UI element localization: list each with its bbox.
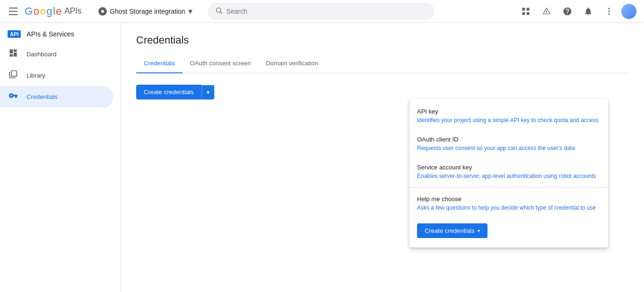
sidebar-label-dashboard: Dashboard <box>26 51 57 58</box>
oauth-description: Requests user consent so your app can ac… <box>417 144 600 152</box>
tab-domain[interactable]: Domain verification <box>258 54 326 73</box>
sidebar: API APIs & Services Dashboard Library Cr… <box>0 23 121 292</box>
svg-point-1 <box>216 8 220 12</box>
layout: API APIs & Services Dashboard Library Cr… <box>0 23 644 292</box>
project-name: Ghost Storage integration <box>110 8 185 15</box>
api-key-title: API key <box>417 108 600 115</box>
svg-point-7 <box>608 8 609 9</box>
dropdown-divider <box>409 187 608 188</box>
service-account-description: Enables server-to-server, app-level auth… <box>417 172 600 180</box>
search-bar[interactable] <box>208 3 435 20</box>
sidebar-item-dashboard[interactable]: Dashboard <box>0 44 113 65</box>
api-key-description: Identifies your project using a simple A… <box>417 116 600 124</box>
svg-line-2 <box>220 12 222 14</box>
e-letter: e <box>56 5 61 18</box>
avatar[interactable] <box>621 4 636 19</box>
project-selector[interactable]: Ghost Storage integration ▾ <box>95 4 196 18</box>
project-dropdown-icon: ▾ <box>188 6 192 17</box>
svg-rect-5 <box>522 12 525 15</box>
more-options-icon[interactable] <box>600 3 618 20</box>
dropdown-create-btn-label: Create credentials <box>425 227 475 234</box>
l-letter: l <box>53 5 55 18</box>
help-icon[interactable] <box>559 3 576 20</box>
svg-point-8 <box>608 10 609 12</box>
g-letter-2: g <box>46 5 52 18</box>
create-credentials-main[interactable]: Create credentials <box>136 85 201 99</box>
sidebar-item-library[interactable]: Library <box>0 65 113 86</box>
dropdown-create-btn-arrow: ▾ <box>478 228 480 233</box>
project-dot-icon <box>98 7 107 16</box>
page-title: Credentials <box>136 34 629 46</box>
topbar-left: G o o g l e APIs Ghost Storage integrati… <box>8 4 196 18</box>
main-content: Credentials Credentials OAuth consent sc… <box>121 23 644 292</box>
dropdown-item-service-account[interactable]: Service account key Enables server-to-se… <box>409 158 608 186</box>
google-logo: G o o g l e APIs <box>25 5 81 18</box>
api-badge: API <box>8 30 21 38</box>
sidebar-label-credentials: Credentials <box>26 93 58 100</box>
apps-icon[interactable] <box>517 3 534 20</box>
svg-rect-6 <box>527 12 530 15</box>
dropdown-item-oauth[interactable]: OAuth client ID Requests user consent so… <box>409 130 608 158</box>
help-description: Asks a few questions to help you decide … <box>417 204 600 212</box>
alert-icon[interactable] <box>538 3 555 20</box>
search-input[interactable] <box>226 8 427 15</box>
create-credentials-button[interactable]: Create credentials ▾ <box>136 85 214 99</box>
apis-text: APIs <box>64 6 81 16</box>
tabs: Credentials OAuth consent screen Domain … <box>136 54 629 73</box>
tab-credentials[interactable]: Credentials <box>136 54 183 73</box>
oauth-title: OAuth client ID <box>417 136 600 143</box>
topbar-right <box>517 3 636 20</box>
svg-rect-4 <box>527 8 530 10</box>
sidebar-item-credentials[interactable]: Credentials <box>0 86 113 107</box>
create-credentials-arrow[interactable]: ▾ <box>201 85 214 99</box>
notifications-icon[interactable] <box>580 3 597 20</box>
service-account-title: Service account key <box>417 164 600 171</box>
dropdown-item-help[interactable]: Help me choose Asks a few questions to h… <box>409 190 608 218</box>
topbar: G o o g l e APIs Ghost Storage integrati… <box>0 0 644 23</box>
sidebar-label-library: Library <box>26 72 45 79</box>
sidebar-header-title: APIs & Services <box>26 30 74 38</box>
o-letter-2: o <box>40 5 45 18</box>
g-letter: G <box>25 5 33 18</box>
credentials-icon <box>8 91 19 103</box>
o-letter-1: o <box>34 5 39 18</box>
dropdown-footer: Create credentials ▾ <box>409 218 608 244</box>
dropdown-create-btn[interactable]: Create credentials ▾ <box>417 223 487 238</box>
dashboard-icon <box>8 48 19 60</box>
credentials-btn-area: Create credentials ▾ <box>136 85 629 99</box>
library-icon <box>8 70 19 81</box>
svg-point-9 <box>608 13 609 15</box>
svg-point-0 <box>101 10 104 13</box>
dropdown-item-api-key[interactable]: API key Identifies your project using a … <box>409 102 608 130</box>
tab-oauth[interactable]: OAuth consent screen <box>183 54 259 73</box>
sidebar-header: API APIs & Services <box>0 27 121 44</box>
help-title: Help me choose <box>417 195 600 203</box>
search-icon <box>215 7 223 16</box>
menu-icon[interactable] <box>8 6 19 17</box>
svg-rect-3 <box>522 8 525 10</box>
credentials-dropdown: API key Identifies your project using a … <box>409 98 608 248</box>
